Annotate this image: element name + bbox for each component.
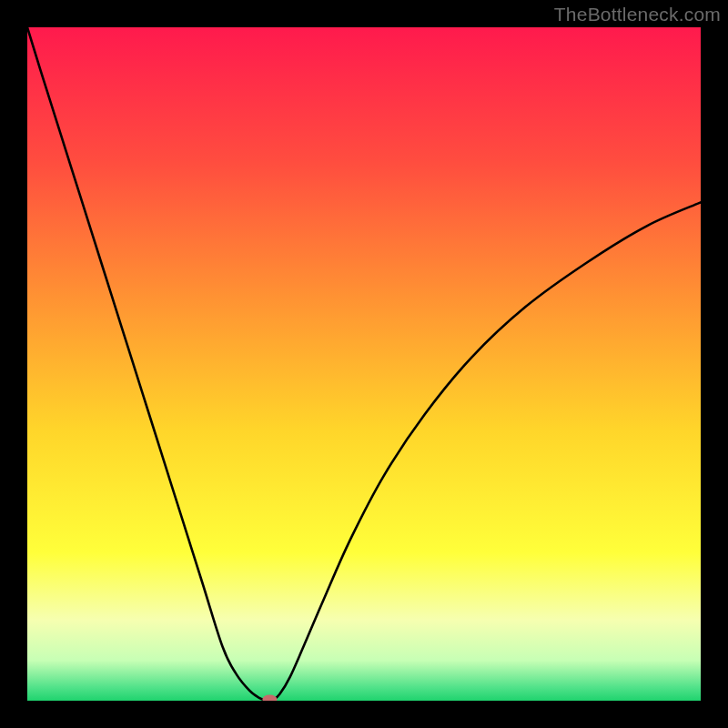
chart-background	[27, 27, 701, 701]
chart-container: TheBottleneck.com	[0, 0, 728, 728]
watermark-text: TheBottleneck.com	[554, 4, 721, 25]
chart-svg	[27, 27, 701, 701]
plot-area	[27, 27, 701, 701]
